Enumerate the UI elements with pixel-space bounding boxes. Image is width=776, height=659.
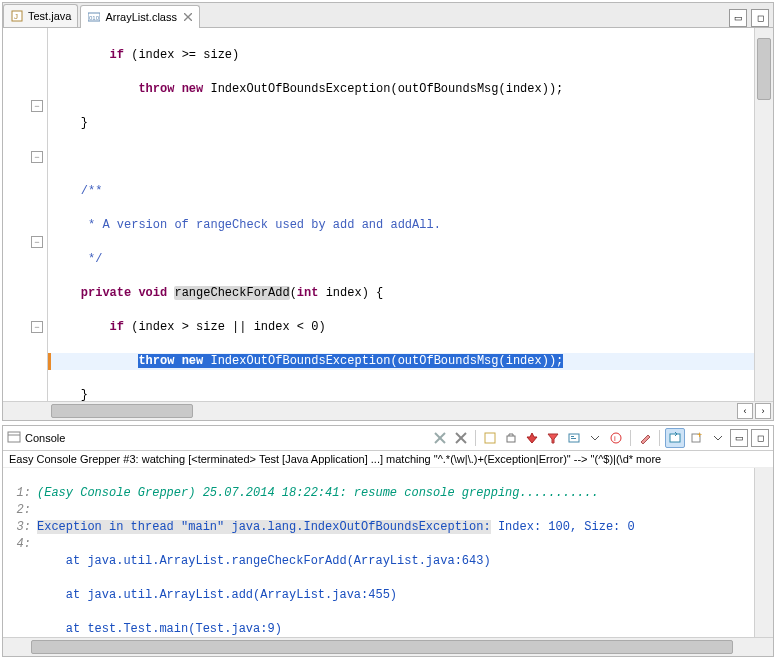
- fold-icon[interactable]: −: [31, 321, 43, 333]
- editor-pane: J Test.java 010 ArrayList.class ▭ ◻ − − …: [2, 2, 774, 421]
- maximize-icon[interactable]: ◻: [751, 9, 769, 27]
- current-execution-line: throw new IndexOutOfBoundsException(outO…: [48, 353, 754, 370]
- java-file-icon: J: [10, 9, 24, 23]
- svg-rect-15: [571, 436, 574, 437]
- console-stack-line: at java.util.ArrayList.add(ArrayList.jav…: [37, 587, 754, 604]
- display-selected-icon[interactable]: [565, 429, 583, 447]
- svg-rect-19: [670, 434, 680, 442]
- fold-icon[interactable]: −: [31, 100, 43, 112]
- code-area[interactable]: if (index >= size) throw new IndexOutOfB…: [48, 28, 754, 401]
- console-status: Easy Console Grepper #3: watching [<term…: [3, 451, 773, 468]
- svg-rect-12: [485, 433, 495, 443]
- new-console-icon[interactable]: +: [688, 429, 706, 447]
- down-arrow-icon[interactable]: [709, 429, 727, 447]
- tab-label: Test.java: [28, 10, 71, 22]
- editor-tab-bar: J Test.java 010 ArrayList.class ▭ ◻: [3, 3, 773, 28]
- console-header: Console i + ▭ ◻: [3, 426, 773, 451]
- console-info-line: (Easy Console Grepper) 25.07.2014 18:22:…: [37, 485, 754, 502]
- down-arrow-icon[interactable]: [586, 429, 604, 447]
- svg-text:+: +: [697, 432, 702, 440]
- editor-nav-arrows: ‹ ›: [737, 403, 771, 419]
- console-tab[interactable]: Console: [7, 430, 65, 446]
- tab-label: ArrayList.class: [105, 11, 177, 23]
- svg-text:010: 010: [89, 15, 100, 21]
- scrollbar-thumb[interactable]: [51, 404, 193, 418]
- console-body: 1: 2: 3: 4: (Easy Console Grepper) 25.07…: [3, 468, 773, 637]
- scrollbar-thumb[interactable]: [31, 640, 733, 654]
- console-toolbar: i + ▭ ◻: [431, 428, 769, 448]
- console-stack-line: at test.Test.main(Test.java:9): [37, 621, 754, 637]
- filter-icon[interactable]: [544, 429, 562, 447]
- nav-right-icon[interactable]: ›: [755, 403, 771, 419]
- svg-point-17: [611, 433, 621, 443]
- minimize-icon[interactable]: ▭: [729, 9, 747, 27]
- maximize-icon[interactable]: ◻: [751, 429, 769, 447]
- console-vertical-scrollbar[interactable]: [754, 468, 773, 637]
- svg-rect-6: [8, 432, 20, 442]
- console-title-label: Console: [25, 432, 65, 444]
- tab-row-actions: ▭ ◻: [729, 9, 773, 27]
- remove-all-icon[interactable]: [452, 429, 470, 447]
- close-icon[interactable]: [183, 12, 193, 22]
- svg-rect-13: [507, 436, 515, 442]
- clear-console-icon[interactable]: [481, 429, 499, 447]
- console-pane: Console i + ▭ ◻ Easy Console Grepper #3:…: [2, 425, 774, 657]
- editor-body: − − − − if (index >= size) throw new Ind…: [3, 28, 773, 401]
- remove-launch-icon[interactable]: [431, 429, 449, 447]
- svg-text:J: J: [14, 12, 18, 21]
- console-icon: [7, 430, 21, 446]
- nav-left-icon[interactable]: ‹: [737, 403, 753, 419]
- pin-console-icon[interactable]: [523, 429, 541, 447]
- scrollbar-thumb[interactable]: [757, 38, 771, 100]
- edit-icon[interactable]: [636, 429, 654, 447]
- minimize-icon[interactable]: ▭: [730, 429, 748, 447]
- open-console-icon[interactable]: [665, 428, 685, 448]
- scroll-lock-icon[interactable]: [502, 429, 520, 447]
- console-error-line: Exception in thread "main" java.lang.Ind…: [37, 519, 754, 536]
- tab-arraylist-class[interactable]: 010 ArrayList.class: [80, 5, 200, 28]
- console-output[interactable]: (Easy Console Grepper) 25.07.2014 18:22:…: [37, 468, 754, 637]
- console-stack-line: at java.util.ArrayList.rangeCheckForAdd(…: [37, 553, 754, 570]
- editor-ruler[interactable]: − − − −: [3, 28, 48, 401]
- class-file-icon: 010: [87, 10, 101, 24]
- info-icon[interactable]: i: [607, 429, 625, 447]
- editor-vertical-scrollbar[interactable]: [754, 28, 773, 401]
- tab-test-java[interactable]: J Test.java: [3, 4, 78, 27]
- svg-text:i: i: [614, 434, 616, 443]
- fold-icon[interactable]: −: [31, 151, 43, 163]
- fold-icon[interactable]: −: [31, 236, 43, 248]
- svg-rect-16: [571, 438, 576, 439]
- toolbar-separator: [659, 430, 660, 446]
- console-horizontal-scrollbar[interactable]: [3, 637, 773, 656]
- editor-horizontal-scrollbar[interactable]: ‹ ›: [3, 401, 773, 420]
- toolbar-separator: [630, 430, 631, 446]
- toolbar-separator: [475, 430, 476, 446]
- console-line-gutter: 1: 2: 3: 4:: [3, 468, 37, 637]
